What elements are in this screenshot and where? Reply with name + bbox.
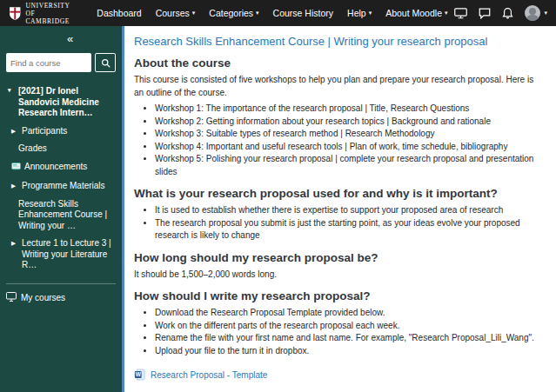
display-icon[interactable] [454,8,467,19]
chevron-down-icon: ▾ [192,10,196,17]
cambridge-crest-icon [9,6,22,21]
logo-line2: CAMBRIDGE [26,17,80,25]
top-navbar: UNIVERSITY OF CAMBRIDGE Dashboard Course… [0,0,556,26]
word-file-icon: W [134,369,145,381]
course-nav-drawer: « ▾ [2021] Dr Ionel Sandovici Medicine R… [0,26,122,392]
collapse-drawer-button[interactable]: « [64,31,77,46]
announcements-forum-icon [11,163,21,175]
course-search-button[interactable] [95,53,116,72]
my-courses-icon [6,292,17,303]
about-heading: About the course [134,56,544,70]
sidebar-item-research-skills-course[interactable]: Research Skills Enhancement Course | Wri… [6,196,116,236]
nav-course-history[interactable]: Course History [266,0,340,26]
file-resources: W Research Proposal - Template PDF Marki… [134,369,544,392]
sidebar-item-lectures[interactable]: ▶ Lecture 1 to Lecture 3 | Writing your … [6,235,116,275]
length-heading: How long should my research proposal be? [134,251,544,264]
nav-help[interactable]: Help ▾ [340,0,378,26]
tree-label: Grades [18,143,47,155]
purpose-list: It is used to establish whether there is… [134,204,544,243]
page-layout: « ▾ [2021] Dr Ionel Sandovici Medicine R… [0,26,556,392]
write-list: Download the Research Proposal Template … [134,307,544,357]
list-item: Upload your file to the turn it in dropb… [155,345,544,358]
chevron-down-icon: ▾ [544,10,547,17]
tree-label: Research Skills Enhancement Course | Wri… [18,199,114,232]
main-nav: Dashboard Courses ▾ Categories ▾ Course … [90,0,454,26]
write-heading: How should I write my research proposal? [134,289,544,302]
tree-label: Programme Materials [22,181,105,192]
messages-icon[interactable] [479,8,491,19]
list-item: It is used to establish whether there is… [155,204,544,217]
nav-label: Dashboard [97,8,141,18]
nav-label: Courses [156,8,190,18]
nav-label: About Moodle [385,8,442,18]
course-search-input[interactable] [6,53,91,72]
nav-courses[interactable]: Courses ▾ [149,0,203,26]
sidebar-item-my-courses[interactable]: My courses [6,288,116,308]
tree-label: My courses [21,293,65,302]
list-item: Work on the different parts of the resea… [155,320,544,333]
user-menu[interactable]: ▾ [525,5,547,21]
file-link-research-proposal-template[interactable]: W Research Proposal - Template [134,369,544,381]
list-item: Rename the file with your first name and… [155,332,544,345]
list-item: The research proposal you submit is just… [155,217,544,243]
svg-text:W: W [136,371,142,377]
sidebar-item-grades[interactable]: Grades [6,140,116,158]
nav-label: Help [347,8,366,18]
nav-label: Categories [209,8,253,18]
nav-dashboard[interactable]: Dashboard [90,0,148,26]
tree-label: Lecture 1 to Lecture 3 | Writing your Li… [22,238,114,271]
sidebar-item-course-root[interactable]: ▾ [2021] Dr Ionel Sandovici Medicine Res… [6,83,116,123]
sidebar-item-programme-materials[interactable]: ▶ Programme Materials [6,177,116,196]
chevron-right-icon: ▶ [11,183,18,189]
list-item: Download the Research Proposal Template … [155,307,544,320]
search-icon [101,58,111,68]
tree-label: Participants [22,126,67,137]
tree-label: [2021] Dr Ionel Sandovici Medicine Resea… [18,86,114,119]
chevron-right-icon: ▶ [11,128,18,135]
logo-line1: UNIVERSITY OF [26,2,80,17]
cambridge-logo[interactable]: UNIVERSITY OF CAMBRIDGE [9,2,79,25]
file-link-label: Research Proposal - Template [151,370,267,380]
list-item: Workshop 2: Getting information about yo… [155,116,544,129]
main-content: Research Skills Enhancement Course | Wri… [122,26,556,392]
section-write: How should I write my research proposal?… [134,289,544,357]
user-avatar [525,5,540,21]
navbar-actions: ▾ [454,5,547,21]
nav-categories[interactable]: Categories ▾ [202,0,265,26]
chevron-down-icon: ▾ [369,10,372,17]
sidebar-divider [6,283,116,284]
section-purpose: What is your research proposal used for … [134,187,544,243]
about-intro: This course is consisted of five worksho… [134,74,544,99]
course-tree: ▾ [2021] Dr Ionel Sandovici Medicine Res… [6,83,116,275]
chevron-right-icon: ▶ [11,240,18,247]
list-item: Workshop 4: Important and useful researc… [155,141,544,154]
section-length: How long should my research proposal be?… [134,251,544,282]
notifications-bell-icon[interactable] [502,7,513,19]
workshop-list: Workshop 1: The importance of the resear… [134,103,544,178]
caret-down-icon: ▾ [8,87,15,95]
list-item: Workshop 1: The importance of the resear… [155,103,544,116]
course-search [6,53,116,72]
page-title: Research Skills Enhancement Course | Wri… [134,35,544,48]
nav-label: Course History [273,8,333,18]
list-item: Workshop 3: Suitable types of research m… [155,128,544,141]
length-text: It should be 1,500–2,000 words long. [134,269,544,282]
section-about: About the course This course is consiste… [134,56,544,178]
list-item: Workshop 5: Polishing your research prop… [155,153,544,178]
chevron-down-icon: ▾ [445,10,448,17]
tree-label: Announcements [24,162,87,173]
chevron-down-icon: ▾ [256,10,259,17]
nav-about-moodle[interactable]: About Moodle ▾ [378,0,454,26]
logo-wordmark: UNIVERSITY OF CAMBRIDGE [26,2,80,25]
sidebar-item-participants[interactable]: ▶ Participants [6,123,116,141]
sidebar-item-announcements[interactable]: Announcements [6,158,116,178]
purpose-heading: What is your research proposal used for … [134,187,544,200]
